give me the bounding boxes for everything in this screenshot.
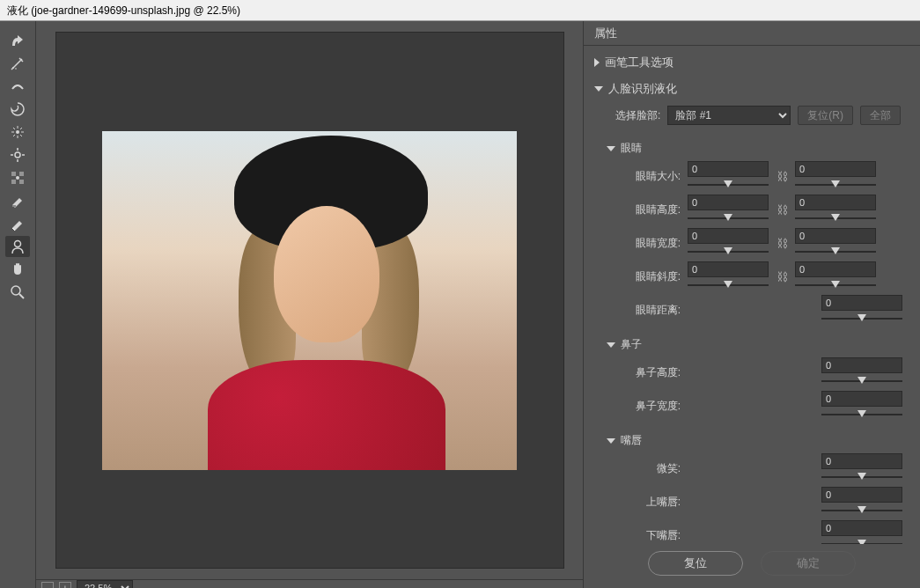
svg-point-10	[15, 241, 21, 247]
value-input[interactable]	[795, 161, 876, 177]
svg-point-0	[12, 67, 14, 69]
reset-button[interactable]: 复位	[648, 551, 743, 576]
link-icon[interactable]: ⛓	[776, 237, 788, 250]
zoom-select[interactable]: 22.5%	[77, 580, 133, 588]
svg-rect-6	[11, 180, 16, 184]
slider[interactable]	[795, 212, 876, 224]
chevron-down-icon	[607, 146, 615, 151]
value-input[interactable]	[821, 391, 902, 407]
chevron-right-icon	[594, 58, 600, 67]
group-label: 眼睛	[621, 141, 642, 156]
link-icon[interactable]: ⛓	[776, 270, 788, 283]
slider[interactable]	[821, 471, 902, 483]
value-input[interactable]	[795, 195, 876, 210]
reconstruct-tool[interactable]	[5, 53, 30, 74]
select-face-label: 选择脸部:	[615, 108, 660, 123]
zoom-out-button[interactable]: −	[41, 582, 54, 588]
slider-label: 眼睛大小:	[607, 169, 681, 184]
value-input[interactable]	[795, 228, 876, 244]
value-input[interactable]	[688, 228, 769, 244]
chevron-down-icon	[607, 342, 615, 348]
slider-label: 鼻子宽度:	[607, 399, 681, 414]
select-face-dropdown[interactable]: 脸部 #1	[667, 106, 791, 125]
ok-button[interactable]: 确定	[761, 551, 856, 576]
section-label: 画笔工具选项	[605, 55, 673, 70]
link-icon[interactable]: ⛓	[776, 203, 788, 217]
slider[interactable]	[688, 279, 769, 291]
slider-label: 鼻子高度:	[607, 365, 681, 380]
pucker-tool[interactable]	[5, 121, 30, 143]
section-label: 人脸识别液化	[608, 81, 677, 97]
slider[interactable]	[688, 179, 769, 191]
svg-rect-7	[19, 180, 24, 184]
twirl-tool[interactable]	[5, 99, 30, 120]
value-input[interactable]	[821, 487, 902, 503]
svg-point-1	[15, 68, 17, 70]
slider[interactable]	[821, 408, 902, 421]
slider-label: 眼睛宽度:	[607, 236, 681, 251]
slider[interactable]	[795, 246, 876, 258]
slider[interactable]	[795, 179, 876, 191]
group-label: 嘴唇	[621, 433, 642, 448]
slider[interactable]	[821, 312, 902, 325]
slider-label: 眼睛斜度:	[607, 269, 681, 284]
zoom-tool[interactable]	[5, 282, 30, 303]
svg-point-2	[16, 130, 19, 134]
svg-rect-4	[11, 172, 16, 176]
chevron-down-icon	[607, 438, 615, 444]
thaw-mask-tool[interactable]	[5, 213, 30, 234]
slider-label: 上嘴唇:	[607, 495, 681, 510]
slider[interactable]	[688, 212, 769, 224]
link-icon[interactable]: ⛓	[776, 170, 788, 183]
value-input[interactable]	[688, 161, 769, 177]
section-brush-options[interactable]: 画笔工具选项	[591, 49, 913, 76]
svg-rect-9	[12, 205, 16, 207]
all-faces-button[interactable]: 全部	[860, 106, 901, 125]
group-eyes[interactable]: 眼睛	[607, 137, 913, 159]
chevron-down-icon	[594, 86, 603, 92]
value-input[interactable]	[795, 261, 876, 277]
value-input[interactable]	[688, 195, 769, 210]
canvas-area: ← − + 22.5%	[36, 21, 583, 588]
svg-point-11	[11, 286, 20, 295]
freeze-mask-tool[interactable]	[5, 190, 30, 211]
slider[interactable]	[821, 538, 902, 544]
toolbar	[0, 21, 36, 588]
window-title: 液化 (joe-gardner-149699-unsplash.jpg @ 22…	[0, 0, 920, 21]
value-input[interactable]	[821, 295, 902, 311]
svg-point-3	[15, 152, 20, 158]
group-mouth[interactable]: 嘴唇	[607, 430, 913, 452]
value-input[interactable]	[688, 261, 769, 277]
hand-tool[interactable]	[5, 259, 30, 280]
panel-title: 属性	[584, 21, 920, 46]
forward-warp-tool[interactable]	[5, 30, 30, 51]
group-label: 鼻子	[621, 337, 642, 352]
svg-rect-5	[19, 172, 24, 176]
svg-point-8	[16, 176, 19, 180]
slider[interactable]	[821, 504, 902, 517]
canvas[interactable]	[55, 32, 564, 569]
photo-preview	[102, 131, 517, 470]
section-face-liquify[interactable]: 人脸识别液化	[591, 76, 913, 102]
push-left-tool[interactable]	[5, 167, 30, 188]
properties-panel: 属性 画笔工具选项 人脸识别液化 选择脸部: 脸部 #1 复位(R) 全部 眼睛	[583, 21, 920, 588]
slider[interactable]	[795, 279, 876, 291]
statusbar: − + 22.5%	[36, 579, 583, 588]
slider-label: 眼睛高度:	[607, 202, 681, 217]
bloat-tool[interactable]	[5, 144, 30, 165]
value-input[interactable]	[821, 520, 902, 536]
reset-face-button[interactable]: 复位(R)	[798, 106, 853, 125]
slider-label: 眼睛距离:	[607, 303, 681, 318]
value-input[interactable]	[821, 453, 902, 469]
slider-label: 微笑:	[607, 461, 681, 476]
face-tool[interactable]	[5, 236, 30, 257]
slider[interactable]	[821, 375, 902, 387]
value-input[interactable]	[821, 357, 902, 373]
slider-label: 下嘴唇:	[607, 528, 681, 543]
smooth-tool[interactable]	[5, 76, 30, 97]
slider[interactable]	[688, 246, 769, 258]
group-nose[interactable]: 鼻子	[607, 334, 913, 356]
zoom-in-button[interactable]: +	[59, 582, 71, 588]
